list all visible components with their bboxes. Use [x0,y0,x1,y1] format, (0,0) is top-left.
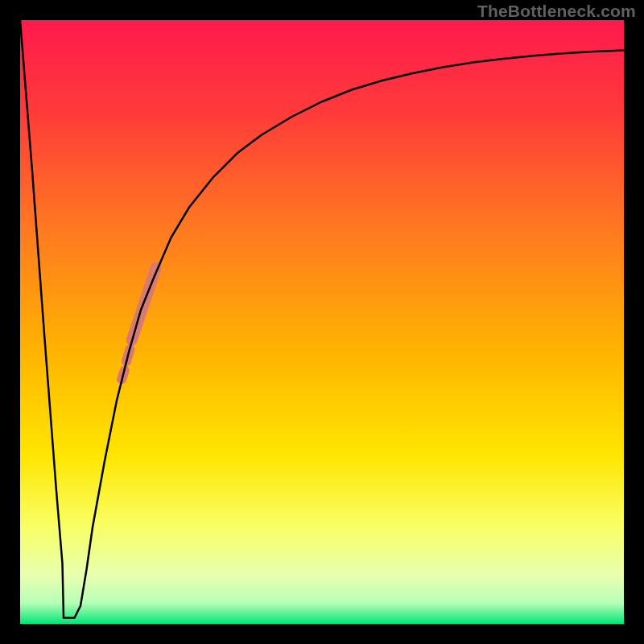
plot-area [20,20,624,624]
watermark-text: TheBottleneck.com [477,2,636,21]
chart-frame: TheBottleneck.com [0,0,644,644]
gradient-background [20,20,624,624]
chart-svg [20,20,624,624]
